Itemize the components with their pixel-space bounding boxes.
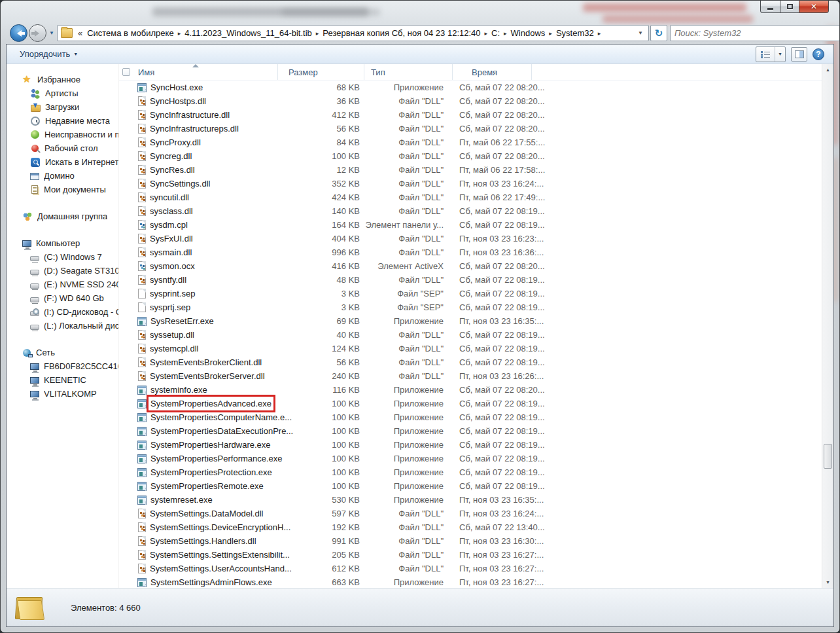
refresh-button[interactable]: ↻ xyxy=(650,25,667,41)
file-name-cell[interactable]: SyncSettings.dll xyxy=(119,179,278,189)
file-row[interactable]: systeminfo.exe116 KBПриложениеСб, май 07… xyxy=(119,383,822,397)
scroll-up-button[interactable]: ▲ xyxy=(822,64,833,75)
file-row[interactable]: SystemPropertiesPerformance.exe100 KBПри… xyxy=(119,452,822,465)
file-name-cell[interactable]: SyncProxy.dll xyxy=(119,137,278,147)
file-name-cell[interactable]: SystemSettings.SettingsExtensibilit... xyxy=(119,550,278,560)
file-name-cell[interactable]: SystemPropertiesComputerName.e... xyxy=(119,412,278,422)
file-name-cell[interactable]: sysprint.sep xyxy=(119,289,278,298)
file-row[interactable]: SystemPropertiesComputerName.e...100 KBП… xyxy=(119,410,822,424)
search-box[interactable] xyxy=(670,25,840,41)
sidebar-item-мои-документы[interactable]: Мои документы xyxy=(7,183,118,196)
breadcrumb-separator-icon[interactable]: ▸ xyxy=(596,30,603,37)
file-name-cell[interactable]: SystemSettings.UserAccountsHand... xyxy=(119,564,278,573)
breadcrumb-separator-icon[interactable]: ▸ xyxy=(483,30,490,37)
file-row[interactable]: SystemPropertiesProtection.exe100 KBПрил… xyxy=(119,465,822,479)
breadcrumb-overflow-icon[interactable]: « xyxy=(78,28,82,38)
file-name-cell[interactable]: SyncHost.exe xyxy=(119,82,278,92)
breadcrumb-item[interactable]: C: xyxy=(489,28,502,38)
breadcrumb-separator-icon[interactable]: ▸ xyxy=(314,30,321,37)
file-name-cell[interactable]: SyncInfrastructureps.dll xyxy=(119,124,278,134)
file-name-cell[interactable]: sysmon.ocx xyxy=(119,261,278,271)
sidebar-item-домино[interactable]: Домино xyxy=(7,169,118,183)
file-row[interactable]: SysResetErr.exe69 KBПриложениеПт, ноя 03… xyxy=(119,314,822,328)
file-name-cell[interactable]: SystemSettingsAdminFlows.exe xyxy=(119,577,278,587)
sidebar-item--c-windows-7[interactable]: (C:) Windows 7 xyxy=(7,250,118,264)
file-name-cell[interactable]: sysdm.cpl xyxy=(119,220,278,230)
file-name-cell[interactable]: SyncRes.dll xyxy=(119,165,278,175)
file-row[interactable]: SystemPropertiesRemote.exe100 KBПриложен… xyxy=(119,479,822,493)
maximize-button[interactable] xyxy=(780,1,799,13)
file-row[interactable]: SystemPropertiesDataExecutionPre...100 K… xyxy=(119,424,822,438)
file-row[interactable]: SystemSettings.DeviceEncryptionH...192 K… xyxy=(119,520,822,534)
file-name-cell[interactable]: SystemPropertiesAdvanced.exe xyxy=(119,399,278,408)
recent-pages-dropdown[interactable]: ▼ xyxy=(49,30,54,36)
help-button[interactable]: ? xyxy=(813,48,824,60)
file-name-cell[interactable]: SysResetErr.exe xyxy=(119,316,278,326)
sidebar-item--e-nvme-ssd-240-г[interactable]: (E:) NVME SSD 240 Г xyxy=(7,278,118,291)
close-button[interactable]: ✕ xyxy=(799,1,829,13)
sidebar-item--d-seagate-st31000[interactable]: (D:) Seagate ST31000 xyxy=(7,264,118,278)
breadcrumb-item[interactable]: System32 xyxy=(554,28,596,38)
file-name-cell[interactable]: SysFxUI.dll xyxy=(119,234,278,244)
file-row[interactable]: SystemSettingsAdminFlows.exe663 KBПрилож… xyxy=(119,575,822,588)
file-row[interactable]: SyncInfrastructureps.dll56 KBФайл "DLL"С… xyxy=(119,122,822,136)
file-name-cell[interactable]: SystemPropertiesHardware.exe xyxy=(119,440,278,450)
breadcrumb-separator-icon[interactable]: ▸ xyxy=(502,30,509,37)
file-row[interactable]: SystemSettings.UserAccountsHand...612 KB… xyxy=(119,562,822,575)
file-name-cell[interactable]: SystemPropertiesRemote.exe xyxy=(119,481,278,491)
file-row[interactable]: systemcpl.dll124 KBФайл "DLL"Сб, май 07 … xyxy=(119,342,822,355)
sidebar-item--f-wd-640-gb[interactable]: (F:) WD 640 Gb xyxy=(7,291,118,305)
sidebar-item--l-локальный-дис[interactable]: (L:) Локальный дис xyxy=(7,319,118,333)
sidebar-item-vlitalkomp[interactable]: VLITALKOMP xyxy=(7,387,118,401)
file-name-cell[interactable]: SystemEventsBrokerClient.dll xyxy=(119,357,278,367)
sidebar-item-артисты[interactable]: Артисты xyxy=(7,86,118,100)
file-name-cell[interactable]: syncutil.dll xyxy=(119,192,278,202)
column-header-size[interactable]: Размер xyxy=(278,64,364,80)
file-row[interactable]: SyncProxy.dll84 KBФайл "DLL"Пт, май 06 2… xyxy=(119,136,822,149)
file-row[interactable]: syssetup.dll40 KBФайл "DLL"Сб, май 07 22… xyxy=(119,328,822,342)
scrollbar-thumb[interactable] xyxy=(824,444,832,469)
sidebar-item-рабочий-стол[interactable]: Рабочий стол xyxy=(7,141,118,155)
sidebar-item-компьютер[interactable]: Компьютер xyxy=(7,236,118,250)
file-row[interactable]: SystemEventsBrokerServer.dll240 KBФайл "… xyxy=(119,369,822,383)
search-input[interactable] xyxy=(671,28,840,38)
file-name-cell[interactable]: sysclass.dll xyxy=(119,206,278,216)
file-row[interactable]: sysprint.sep3 KBФайл "SEP"Сб, май 07 22 … xyxy=(119,287,822,300)
vertical-scrollbar[interactable]: ▲ ▼ xyxy=(822,64,833,588)
file-name-cell[interactable]: SystemSettings.Handlers.dll xyxy=(119,536,278,546)
sidebar-item--i-cd-дисковод-c[interactable]: (I:) CD-дисковод - C xyxy=(7,305,118,319)
file-row[interactable]: SyncHostps.dll36 KBФайл "DLL"Сб, май 07 … xyxy=(119,94,822,108)
file-name-cell[interactable]: SystemPropertiesProtection.exe xyxy=(119,467,278,477)
sidebar-item-домашняя-группа[interactable]: Домашняя группа xyxy=(7,209,118,223)
sidebar-item-искать-в-интернете[interactable]: Искать в Интернете xyxy=(7,155,118,169)
views-dropdown-icon[interactable]: ▼ xyxy=(775,47,785,62)
file-row[interactable]: sysmon.ocx416 KBЭлемент ActiveXСб, май 0… xyxy=(119,259,822,273)
file-row[interactable]: sysprtj.sep3 KBФайл "SEP"Сб, май 07 22 0… xyxy=(119,300,822,314)
breadcrumb-item[interactable]: 4.11.2023_Windows_11_64-bit.tib xyxy=(183,28,314,38)
file-row[interactable]: sysclass.dll140 KBФайл "DLL"Сб, май 07 2… xyxy=(119,204,822,218)
file-row[interactable]: SystemPropertiesHardware.exe100 KBПрилож… xyxy=(119,438,822,452)
change-view-button[interactable]: ▼ xyxy=(756,46,786,62)
file-name-cell[interactable]: Syncreg.dll xyxy=(119,151,278,161)
file-name-cell[interactable]: sysprtj.sep xyxy=(119,302,278,312)
views-icon-wrap[interactable] xyxy=(756,47,775,62)
sidebar-item-сеть[interactable]: Сеть xyxy=(7,346,118,359)
file-row[interactable]: SysFxUI.dll404 KBФайл "DLL"Пт, ноя 03 23… xyxy=(119,232,822,245)
preview-pane-button[interactable] xyxy=(791,47,807,62)
column-header-type[interactable]: Тип xyxy=(364,64,453,80)
file-name-cell[interactable]: SyncHostps.dll xyxy=(119,96,278,106)
file-row[interactable]: SystemSettings.SettingsExtensibilit...20… xyxy=(119,548,822,562)
sidebar-item-fb6d0f82c5cc410[interactable]: FB6D0F82C5CC410 xyxy=(7,359,118,373)
scroll-down-button[interactable]: ▼ xyxy=(822,577,833,588)
breadcrumb-item[interactable]: Система в мобилреке xyxy=(85,28,175,38)
breadcrumb-item[interactable]: Windows xyxy=(509,28,548,38)
file-name-cell[interactable]: systeminfo.exe xyxy=(119,385,278,395)
address-dropdown-icon[interactable]: ▼ xyxy=(633,30,648,36)
sidebar-item-загрузки[interactable]: Загрузки xyxy=(7,100,118,114)
forward-button[interactable] xyxy=(29,24,46,42)
file-row[interactable]: SyncRes.dll12 KBФайл "DLL"Пт, май 06 22 … xyxy=(119,163,822,177)
file-row[interactable]: sysdm.cpl164 KBЭлемент панели у...Сб, ма… xyxy=(119,218,822,232)
file-row[interactable]: SystemSettings.DataModel.dll597 KBФайл "… xyxy=(119,507,822,520)
file-row[interactable]: SyncHost.exe68 KBПриложениеСб, май 07 22… xyxy=(119,81,822,94)
file-name-cell[interactable]: SystemEventsBrokerServer.dll xyxy=(119,371,278,381)
